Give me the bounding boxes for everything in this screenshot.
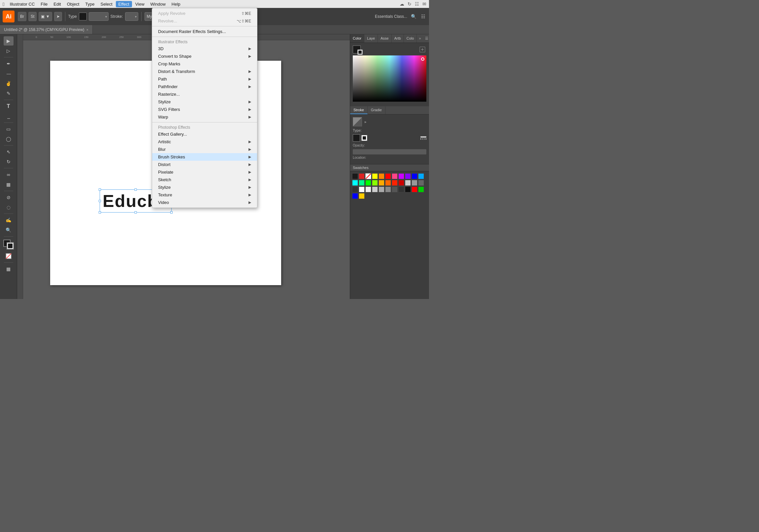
swatch-item[interactable] <box>359 173 365 179</box>
blend-tool[interactable]: ∞ <box>4 170 14 179</box>
ellipse-tool[interactable]: ◯ <box>4 134 14 143</box>
chart-tool[interactable]: ▦ <box>4 180 14 189</box>
subtab-stroke[interactable]: Stroke <box>350 106 368 114</box>
stroke-color-swatch[interactable] <box>353 134 360 142</box>
swatch-item[interactable] <box>418 180 424 186</box>
selection-tool[interactable]: ▶ <box>4 36 14 46</box>
pen-tool[interactable]: ✒ <box>4 59 14 68</box>
arrow-button[interactable]: ➤ <box>54 12 62 21</box>
doc-tab[interactable]: Untitled-2* @ 158.37% (CMYK/GPU Preview)… <box>0 25 93 34</box>
handle-bl[interactable] <box>99 211 101 214</box>
menu-help[interactable]: Help <box>169 1 183 7</box>
menu-convert-to-shape[interactable]: Convert to Shape ▶ <box>152 53 257 60</box>
fill-stroke-pair[interactable] <box>3 240 14 250</box>
swatch-item[interactable] <box>412 180 418 186</box>
artboard-tool[interactable]: ▦ <box>4 265 14 273</box>
doc-tab-close[interactable]: × <box>87 28 89 32</box>
menu-revolve[interactable]: Revolve... ⌥⇧⌘E <box>152 17 257 25</box>
tab-color[interactable]: Color <box>350 34 364 43</box>
menu-edit[interactable]: Edit <box>51 1 63 7</box>
swatch-item[interactable] <box>385 180 391 186</box>
menu-pathfinder[interactable]: Pathfinder ▶ <box>152 83 257 90</box>
arrange-icon[interactable]: ☷ <box>420 13 426 20</box>
menu-type[interactable]: Type <box>83 1 97 7</box>
menu-document-raster[interactable]: Document Raster Effects Settings... <box>152 28 257 35</box>
swatch-transparent[interactable] <box>365 173 371 179</box>
swatch-item[interactable] <box>352 173 358 179</box>
tab-assets[interactable]: Asse <box>378 34 391 43</box>
tab-artboards[interactable]: Artb <box>392 34 404 43</box>
swatch-item[interactable] <box>405 186 411 192</box>
subtab-gradient[interactable]: Gradie <box>368 106 385 114</box>
swatch-item[interactable] <box>398 186 404 192</box>
swatch-item[interactable] <box>359 193 365 199</box>
handle-br[interactable] <box>170 211 173 214</box>
direct-selection-tool[interactable]: ▷ <box>4 46 14 56</box>
tab-colorguide[interactable]: Colo <box>404 34 417 43</box>
swatch-item[interactable] <box>412 186 418 192</box>
zoom-tool[interactable]: 🔍 <box>4 225 14 235</box>
swatch-item[interactable] <box>365 186 371 192</box>
slice-tool[interactable]: ⊘ <box>4 193 14 202</box>
swatch-item[interactable] <box>359 186 365 192</box>
menu-object[interactable]: Object <box>64 1 82 7</box>
paintbrush-tool[interactable]: ✌ <box>4 79 14 88</box>
menu-warp[interactable]: Warp ▶ <box>152 113 257 121</box>
menu-effect[interactable]: Effect <box>116 1 132 7</box>
color-resize-icon[interactable] <box>419 46 426 54</box>
stroke-preview[interactable] <box>353 117 362 126</box>
menu-brush-strokes[interactable]: Brush Strokes ▶ <box>152 153 257 161</box>
stroke-box[interactable] <box>7 242 14 250</box>
handle-bm[interactable] <box>134 211 137 214</box>
swatch-item[interactable] <box>398 173 404 179</box>
swatch-item[interactable] <box>379 186 384 192</box>
line-tool[interactable]: ⎯ <box>4 111 14 121</box>
menu-apply-revolve[interactable]: Apply Revolve ⇧⌘E <box>152 10 257 17</box>
menu-path[interactable]: Path ▶ <box>152 75 257 83</box>
stroke-inner-swatch[interactable] <box>361 135 367 141</box>
fill-color-dropdown[interactable] <box>89 12 108 21</box>
swatch-item[interactable] <box>392 180 398 186</box>
menu-stylize-ai[interactable]: Stylize ▶ <box>152 98 257 105</box>
swatch-item[interactable] <box>359 180 365 186</box>
panel-tabs-more[interactable]: » <box>417 34 423 43</box>
type-tool[interactable]: T <box>4 102 14 111</box>
none-icon[interactable] <box>4 252 14 261</box>
menu-rasterize[interactable]: Rasterize... <box>152 90 257 98</box>
menu-distort-ps[interactable]: Distort ▶ <box>152 161 257 168</box>
swatch-item[interactable] <box>412 173 418 179</box>
rect-tool[interactable]: ▭ <box>4 124 14 134</box>
swatch-item[interactable] <box>385 186 391 192</box>
opacity-slider[interactable] <box>353 149 426 154</box>
swatch-item[interactable] <box>392 173 398 179</box>
swatch-item[interactable] <box>405 173 411 179</box>
fill-color-swatch[interactable] <box>79 13 87 20</box>
menu-illustrator[interactable]: Illustrator CC <box>7 1 37 7</box>
menu-sketch[interactable]: Sketch ▶ <box>152 176 257 184</box>
br-button[interactable]: Br <box>18 12 26 21</box>
swatch-item[interactable] <box>385 173 391 179</box>
menu-video[interactable]: Video ▶ <box>152 199 257 206</box>
stroke-dropdown[interactable] <box>125 12 138 21</box>
handle-tm[interactable] <box>134 188 137 191</box>
menu-effect-gallery[interactable]: Effect Gallery... <box>152 130 257 138</box>
swatch-item[interactable] <box>418 186 424 192</box>
menu-view[interactable]: View <box>133 1 147 7</box>
pencil-tool[interactable]: ✎ <box>4 89 14 98</box>
search-icon[interactable]: 🔍 <box>410 13 418 20</box>
menu-select[interactable]: Select <box>98 1 115 7</box>
menu-pixelate[interactable]: Pixelate ▶ <box>152 168 257 176</box>
panel-menu[interactable]: ☰ <box>423 34 429 43</box>
menu-window[interactable]: Window <box>148 1 168 7</box>
swatch-item[interactable] <box>372 173 378 179</box>
apple-icon[interactable]:  <box>3 1 4 7</box>
swatch-item[interactable] <box>379 173 384 179</box>
color-cursor[interactable] <box>421 58 424 61</box>
hand-tool[interactable]: ✍ <box>4 216 14 225</box>
st-button[interactable]: St <box>28 12 37 21</box>
swatch-item[interactable] <box>392 186 398 192</box>
menu-file[interactable]: File <box>38 1 50 7</box>
handle-tl[interactable] <box>99 188 101 191</box>
rotate-tool[interactable]: ↻ <box>4 157 14 166</box>
scale-tool[interactable]: ⇖ <box>4 147 14 156</box>
